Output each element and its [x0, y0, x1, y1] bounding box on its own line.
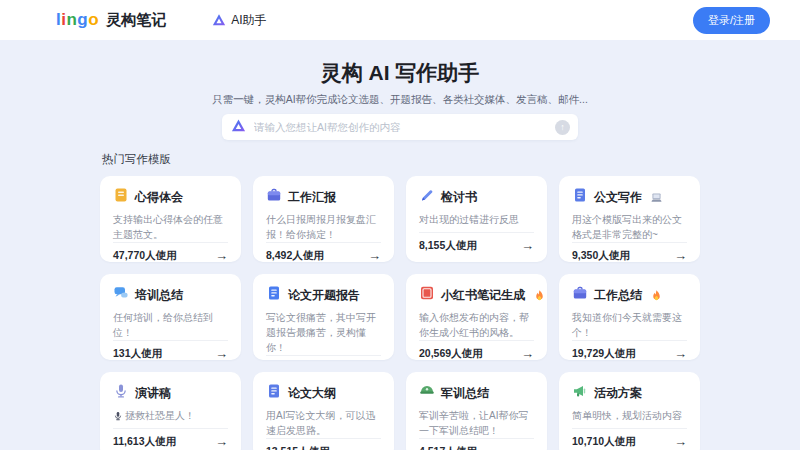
template-card-peixunzongjie[interactable]: 培训总结 任何培训，给你总结到位！ 131人使用 →	[100, 274, 241, 360]
arrow-right-icon[interactable]: →	[215, 250, 228, 262]
arrow-right-icon[interactable]: →	[674, 250, 687, 262]
arrow-right-icon[interactable]: →	[215, 436, 228, 448]
card-title: 心得体会	[135, 189, 183, 206]
page-title: 灵构 AI 写作助手	[0, 60, 800, 86]
briefcase-icon	[572, 285, 588, 305]
notebook-icon	[113, 187, 129, 207]
microphone-icon	[113, 383, 129, 403]
card-description: 写论文很痛苦，其中写开题报告最痛苦，灵构懂你！	[266, 310, 381, 355]
section-title: 热门写作模版	[102, 152, 700, 167]
card-description: 任何培训，给你总结到位！	[113, 310, 228, 340]
arrow-right-icon[interactable]: →	[521, 348, 534, 360]
logo-wordmark: lingo	[56, 10, 99, 30]
page-subtitle: 只需一键，灵构AI帮你完成论文选题、开题报告、各类社交媒体、发言稿、邮件...	[0, 92, 800, 106]
card-description: 我知道你们今天就需要这个！	[572, 310, 687, 340]
usage-count: 13,515人使用	[266, 445, 330, 450]
fire-icon	[533, 289, 546, 302]
arrow-right-icon[interactable]: →	[368, 250, 381, 262]
card-title: 军训总结	[441, 385, 489, 402]
card-description: 对出现的过错进行反思	[419, 212, 534, 227]
template-card-gongzuohuibao[interactable]: 工作汇报 什么日报周报月报复盘汇报！给你搞定！ 8,492人使用 →	[253, 176, 394, 262]
nav-item-ai-assistant[interactable]: AI助手	[212, 12, 266, 29]
document-icon	[572, 187, 588, 207]
ai-logo-icon	[231, 118, 246, 137]
card-description: 军训辛苦啦，让AI帮你写一下军训总结吧！	[419, 408, 534, 438]
template-grid: 心得体会 支持输出心得体会的任意主题范文。 47,770人使用 → 工作汇报 什…	[100, 176, 700, 450]
ai-logo-icon	[212, 13, 226, 27]
brand-name: 灵构笔记	[106, 11, 166, 30]
megaphone-icon	[572, 383, 588, 403]
arrow-right-icon[interactable]: →	[368, 446, 381, 450]
card-title: 检讨书	[441, 189, 477, 206]
document-icon	[266, 383, 282, 403]
usage-count: 19,729人使用	[572, 347, 636, 360]
template-card-lunwendagang[interactable]: 论文大纲 用AI写论文大纲，可以迅速启发思路。 13,515人使用 →	[253, 372, 394, 450]
template-card-lunwenkaiti[interactable]: 论文开题报告 写论文很痛苦，其中写开题报告最痛苦，灵构懂你！ 14,410人使用…	[253, 274, 394, 360]
red-book-icon	[419, 285, 435, 305]
template-card-gongwenxiezuo[interactable]: 公文写作 用这个模版写出来的公文格式是非常完整的~ 9,350人使用 →	[559, 176, 700, 262]
card-title: 培训总结	[135, 287, 183, 304]
hero-section: 灵构 AI 写作助手 只需一键，灵构AI帮你完成论文选题、开题报告、各类社交媒体…	[0, 40, 800, 140]
usage-count: 47,770人使用	[113, 249, 177, 262]
card-description: 用这个模版写出来的公文格式是非常完整的~	[572, 212, 687, 242]
microphone-icon	[113, 410, 123, 425]
card-title: 活动方案	[594, 385, 642, 402]
fire-icon	[650, 289, 663, 302]
template-card-huodongfangan[interactable]: 活动方案 简单明快，规划活动内容 10,710人使用 →	[559, 372, 700, 450]
template-card-gongzuozongjie[interactable]: 工作总结 我知道你们今天就需要这个！ 19,729人使用 →	[559, 274, 700, 360]
template-card-xindetihui[interactable]: 心得体会 支持输出心得体会的任意主题范文。 47,770人使用 →	[100, 176, 241, 262]
arrow-right-icon[interactable]: →	[674, 348, 687, 360]
card-title: 工作总结	[594, 287, 642, 304]
usage-count: 8,492人使用	[266, 249, 324, 262]
template-card-xiaohongshu[interactable]: 小红书笔记生成 输入你想发布的内容，帮你生成小红书的风格。 20,569人使用 …	[406, 274, 547, 360]
military-cap-icon	[419, 383, 435, 403]
card-title: 工作汇报	[288, 189, 336, 206]
card-title: 论文大纲	[288, 385, 336, 402]
card-title: 论文开题报告	[288, 287, 360, 304]
briefcase-icon	[266, 187, 282, 207]
top-navigation-bar: lingo 灵构笔记 AI助手 登录/注册	[0, 0, 800, 40]
template-card-jiantaoshu[interactable]: 检讨书 对出现的过错进行反思 8,155人使用 →	[406, 176, 547, 262]
card-title: 公文写作	[594, 189, 642, 206]
hot-templates-section: 热门写作模版 心得体会 支持输出心得体会的任意主题范文。 47,770人使用 →…	[100, 152, 700, 450]
app-logo[interactable]: lingo 灵构笔记	[56, 10, 166, 30]
arrow-right-icon[interactable]: →	[674, 436, 687, 448]
template-card-junxunzongjie[interactable]: 军训总结 军训辛苦啦，让AI帮你写一下军训总结吧！ 4,517人使用 →	[406, 372, 547, 450]
card-description: 支持输出心得体会的任意主题范文。	[113, 212, 228, 242]
ai-prompt-input[interactable]	[252, 120, 555, 134]
chat-bubbles-icon	[113, 285, 129, 305]
ai-prompt-bar: ↑	[222, 114, 578, 140]
submit-arrow-up-icon[interactable]: ↑	[555, 120, 570, 135]
usage-count: 4,517人使用	[419, 445, 477, 450]
login-register-button[interactable]: 登录/注册	[693, 7, 770, 34]
card-description: 输入你想发布的内容，帮你生成小红书的风格。	[419, 310, 534, 340]
card-description: 简单明快，规划活动内容	[572, 408, 687, 423]
card-description: 拯救社恐星人！	[113, 408, 228, 425]
usage-count: 10,710人使用	[572, 435, 636, 449]
card-title: 小红书笔记生成	[441, 287, 525, 304]
card-description: 什么日报周报月报复盘汇报！给你搞定！	[266, 212, 381, 242]
arrow-right-icon[interactable]: →	[521, 446, 534, 450]
laptop-icon	[650, 191, 663, 204]
pen-icon	[419, 187, 435, 207]
arrow-right-icon[interactable]: →	[215, 348, 228, 360]
usage-count: 8,155人使用	[419, 239, 477, 253]
card-description: 用AI写论文大纲，可以迅速启发思路。	[266, 408, 381, 438]
arrow-right-icon[interactable]: →	[521, 240, 534, 252]
usage-count: 11,613人使用	[113, 435, 176, 449]
card-title: 演讲稿	[135, 385, 171, 402]
usage-count: 20,569人使用	[419, 347, 483, 360]
template-card-yanjianggao[interactable]: 演讲稿 拯救社恐星人！ 11,613人使用 →	[100, 372, 241, 450]
usage-count: 9,350人使用	[572, 249, 630, 262]
nav-item-label: AI助手	[231, 12, 266, 29]
usage-count: 131人使用	[113, 347, 162, 360]
document-icon	[266, 285, 282, 305]
